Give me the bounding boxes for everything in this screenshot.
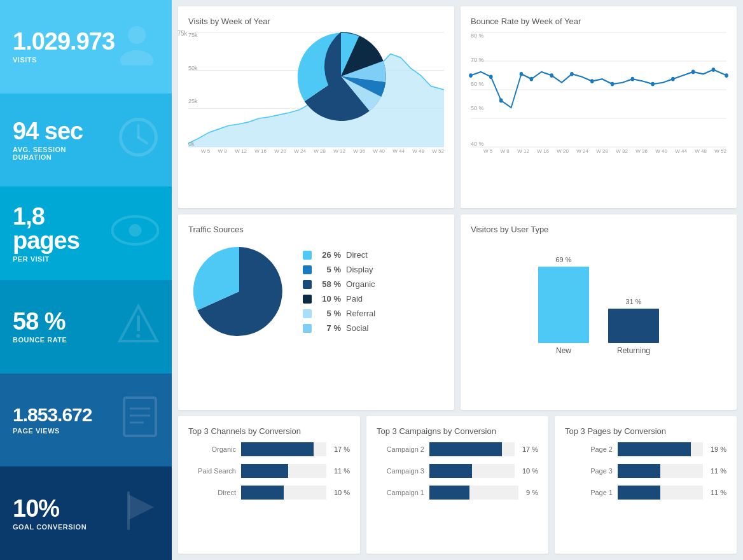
- session-value: 94 sec: [13, 119, 83, 143]
- svg-point-0: [128, 26, 146, 44]
- channels-row-0: Organic 17 %: [188, 442, 350, 456]
- pages-row-0: Page 2 19 %: [565, 442, 726, 456]
- session-label: AVG. SESSION DURATION: [13, 146, 83, 161]
- svg-point-40: [725, 73, 728, 78]
- sidebar-pages-per-visit: 1,8 pages PER VISIT: [0, 186, 172, 280]
- svg-point-38: [691, 70, 695, 74]
- svg-point-35: [630, 77, 634, 81]
- pages-bars: Page 2 19 % Page 3 11 % Page 1: [565, 442, 726, 500]
- visitors-by-type-card: Visitors by User Type 69 % New 31 % Retu…: [461, 214, 737, 409]
- bounce-rate-card: Bounce Rate by Week of Year: [461, 6, 737, 208]
- campaigns-row-2: Campaign 1 9 %: [377, 486, 538, 500]
- campaigns-row-0: Campaign 2 17 %: [377, 442, 538, 456]
- visitors-bar-chart: 69 % New 31 % Returning: [471, 241, 726, 355]
- campaigns-fill-1: [429, 464, 472, 478]
- svg-point-26: [469, 73, 473, 78]
- clock-icon: [118, 116, 159, 164]
- pages-label: PER VISIT: [13, 255, 111, 263]
- legend-social: 7 % Social: [303, 323, 375, 333]
- direct-color: [303, 251, 312, 260]
- pages-card: Top 3 Pages by Conversion Page 2 19 % Pa…: [555, 416, 737, 554]
- pages-row-1: Page 3 11 %: [565, 464, 726, 478]
- visits-value: 1.029.973: [13, 29, 115, 53]
- legend-referral: 5 % Referral: [303, 309, 375, 318]
- channels-row-1: Paid Search 11 %: [188, 464, 350, 478]
- main-content: Visits by Week of Year 75k 75k 50k 25k: [172, 0, 743, 560]
- eye-icon: [111, 214, 159, 253]
- channels-track-2: [241, 486, 326, 500]
- person-icon: [115, 21, 159, 72]
- sidebar: 1.029.973 VISITS 94 sec AVG. SESSION DUR…: [0, 0, 172, 560]
- new-bar-rect: [538, 267, 589, 343]
- bounce-rate-title: Bounce Rate by Week of Year: [471, 17, 726, 26]
- pie-chart: [188, 241, 290, 342]
- campaigns-bars: Campaign 2 17 % Campaign 3 10 % Campaign…: [377, 442, 538, 500]
- channels-bars: Organic 17 % Paid Search 11 % Direct: [188, 442, 350, 500]
- sidebar-conversion: 10% GOAL CONVERSION: [0, 466, 172, 560]
- pages-fill-1: [618, 464, 660, 478]
- sidebar-bounce: 58 % BOUNCE RATE: [0, 280, 172, 374]
- legend-paid: 10 % Paid: [303, 294, 375, 304]
- visitors-by-type-title: Visitors by User Type: [471, 225, 726, 234]
- legend-direct: 26 % Direct: [303, 250, 375, 260]
- svg-point-6: [129, 224, 142, 237]
- svg-point-39: [712, 67, 716, 72]
- svg-point-28: [499, 99, 503, 103]
- channels-track-1: [241, 464, 326, 478]
- visits-by-week-title: Visits by Week of Year: [188, 17, 444, 26]
- new-visitors-bar: 69 % New: [538, 256, 589, 355]
- pages-fill-2: [618, 486, 660, 500]
- warning-icon: [118, 303, 159, 351]
- bounce-chart: 80 % 70 % 60 % 50 % 40 %: [471, 32, 726, 147]
- bounce-label: BOUNCE RATE: [13, 336, 67, 344]
- svg-line-4: [139, 137, 148, 143]
- pages-track-0: [618, 442, 703, 456]
- svg-point-29: [520, 72, 524, 76]
- display-color: [303, 265, 312, 274]
- pages-row-2: Page 1 11 %: [565, 486, 726, 500]
- returning-bar-rect: [608, 309, 659, 343]
- bounce-value: 58 %: [13, 309, 67, 333]
- svg-text:75k: 75k: [177, 29, 188, 37]
- channels-row-2: Direct 10 %: [188, 486, 350, 500]
- svg-point-27: [489, 74, 493, 79]
- sidebar-visits: 1.029.973 VISITS: [0, 0, 172, 94]
- pages-fill-0: [618, 442, 691, 456]
- pages-value: 1,8 pages: [13, 204, 111, 253]
- channels-track-0: [241, 442, 326, 456]
- svg-rect-10: [124, 398, 156, 436]
- campaigns-track-1: [429, 464, 515, 478]
- svg-point-31: [550, 73, 553, 78]
- pages-track-1: [618, 464, 703, 478]
- svg-point-34: [611, 82, 615, 87]
- svg-point-1: [120, 50, 153, 66]
- campaigns-track-2: [429, 486, 518, 500]
- channels-fill-0: [241, 442, 314, 456]
- flag-icon: [121, 489, 159, 537]
- conversion-label: GOAL CONVERSION: [13, 523, 87, 531]
- channels-title: Top 3 Channels by Conversion: [188, 426, 350, 436]
- returning-visitors-bar: 31 % Returning: [608, 298, 659, 355]
- pages-track-2: [618, 486, 703, 500]
- svg-point-33: [590, 79, 594, 83]
- legend-display: 5 % Display: [303, 265, 375, 274]
- social-color: [303, 324, 312, 333]
- pageviews-value: 1.853.672: [13, 405, 92, 424]
- svg-point-30: [530, 77, 534, 81]
- campaigns-track-0: [429, 442, 515, 456]
- svg-marker-15: [128, 494, 154, 520]
- campaigns-title: Top 3 Campaigns by Conversion: [377, 426, 538, 436]
- traffic-sources-title: Traffic Sources: [188, 225, 444, 234]
- svg-point-36: [651, 82, 655, 87]
- pages-title: Top 3 Pages by Conversion: [565, 426, 726, 436]
- sidebar-pageviews: 1.853.672 PAGE VIEWS: [0, 374, 172, 467]
- campaigns-fill-2: [429, 486, 469, 500]
- conversion-value: 10%: [13, 496, 87, 521]
- channels-fill-1: [241, 464, 288, 478]
- campaigns-card: Top 3 Campaigns by Conversion Campaign 2…: [366, 416, 548, 554]
- campaigns-fill-0: [429, 442, 502, 456]
- organic-color: [303, 280, 312, 289]
- legend-organic: 58 % Organic: [303, 279, 375, 289]
- referral-color: [303, 309, 312, 318]
- traffic-legend: 26 % Direct 5 % Display 58 % Organic 10 …: [303, 250, 375, 333]
